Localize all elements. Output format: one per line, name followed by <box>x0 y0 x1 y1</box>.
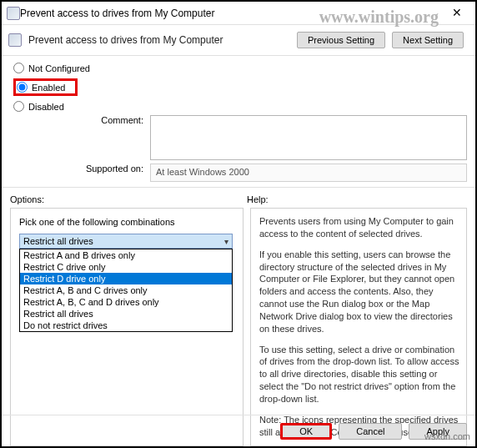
radio-not-configured[interactable]: Not Configured <box>13 63 143 73</box>
ok-button[interactable]: OK <box>280 423 332 440</box>
radio-disabled-input[interactable] <box>13 101 24 112</box>
drive-restriction-dropdown-list: Restrict A and B drives only Restrict C … <box>19 249 233 332</box>
options-panel: Pick one of the following combinations R… <box>10 208 244 446</box>
window-title: Prevent access to drives from My Compute… <box>20 8 442 19</box>
comment-label: Comment: <box>10 115 143 125</box>
chevron-down-icon: ▾ <box>224 237 228 246</box>
dropdown-option[interactable]: Restrict C drive only <box>20 261 232 273</box>
dropdown-option[interactable]: Restrict all drives <box>20 308 232 320</box>
config-section: Not Configured Enabled Disabled Comment:… <box>2 58 475 185</box>
subheader: Prevent access to drives from My Compute… <box>2 25 475 53</box>
radio-enabled[interactable]: Enabled <box>13 78 78 96</box>
dropdown-option[interactable]: Restrict A, B, C and D drives only <box>20 296 232 308</box>
help-paragraph: To use this setting, select a drive or c… <box>259 344 459 405</box>
radio-disabled[interactable]: Disabled <box>13 101 143 112</box>
footer: OK Cancel Apply <box>2 415 475 446</box>
dropdown-option[interactable]: Restrict A and B drives only <box>20 249 232 261</box>
cancel-button[interactable]: Cancel <box>339 423 402 440</box>
previous-setting-button[interactable]: Previous Setting <box>297 32 385 48</box>
radio-enabled-input[interactable] <box>17 82 28 93</box>
policy-icon <box>8 33 22 47</box>
dropdown-option[interactable]: Do not restrict drives <box>20 320 232 331</box>
dropdown-option[interactable]: Restrict D drive only <box>20 273 232 284</box>
next-setting-button[interactable]: Next Setting <box>392 32 464 48</box>
dropdown-option[interactable]: Restrict A, B and C drives only <box>20 284 232 296</box>
radio-not-configured-input[interactable] <box>13 63 24 73</box>
help-paragraph: Prevents users from using My Computer to… <box>259 215 459 240</box>
radio-not-configured-label: Not Configured <box>28 63 90 73</box>
policy-icon <box>7 7 20 20</box>
pick-combination-label: Pick one of the following combinations <box>19 217 234 227</box>
dropdown-selected-value: Restrict all drives <box>23 236 93 246</box>
drive-restriction-dropdown[interactable]: Restrict all drives ▾ <box>19 234 233 249</box>
radio-enabled-label: Enabled <box>32 83 65 93</box>
help-paragraph: If you enable this setting, users can br… <box>259 249 459 335</box>
titlebar: Prevent access to drives from My Compute… <box>2 2 475 25</box>
supported-on-value: At least Windows 2000 <box>150 164 467 182</box>
comment-textarea[interactable] <box>150 115 467 160</box>
close-button[interactable]: ✕ <box>442 5 472 22</box>
help-text-scroll[interactable]: Prevents users from using My Computer to… <box>259 215 466 439</box>
apply-button[interactable]: Apply <box>409 423 467 440</box>
supported-on-label: Supported on: <box>10 164 143 174</box>
split-headers: Options: Help: <box>2 189 475 206</box>
help-panel: Prevents users from using My Computer to… <box>250 208 467 446</box>
options-header: Options: <box>10 194 244 204</box>
help-header: Help: <box>247 194 467 204</box>
policy-title: Prevent access to drives from My Compute… <box>28 34 290 46</box>
radio-disabled-label: Disabled <box>28 102 64 112</box>
